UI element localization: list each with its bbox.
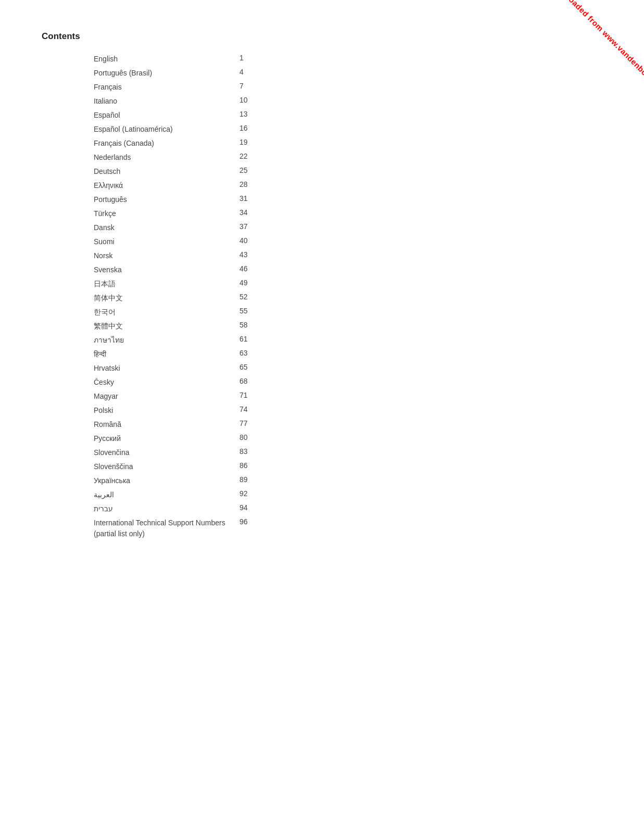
toc-language: Česky <box>94 375 229 389</box>
toc-language: Deutsch <box>94 165 229 179</box>
toc-row: International Technical Support Numbers … <box>94 516 248 541</box>
toc-page-number: 65 <box>229 361 248 375</box>
toc-row: Română77 <box>94 418 248 432</box>
toc-language: Svenska <box>94 263 229 277</box>
toc-page-number: 46 <box>229 263 248 277</box>
toc-row: Nederlands22 <box>94 150 248 165</box>
toc-row: Українська89 <box>94 474 248 488</box>
toc-row: Español13 <box>94 108 248 122</box>
toc-row: Polski74 <box>94 403 248 418</box>
toc-language: Nederlands <box>94 150 229 165</box>
toc-language: Norsk <box>94 249 229 263</box>
toc-row: Norsk43 <box>94 249 248 263</box>
toc-language: Italiano <box>94 94 229 108</box>
toc-row: 繁體中文58 <box>94 319 248 333</box>
toc-page-number: 16 <box>229 122 248 136</box>
toc-page-number: 52 <box>229 291 248 305</box>
toc-page-number: 96 <box>229 516 248 541</box>
toc-page-number: 31 <box>229 193 248 207</box>
toc-row: Suomi40 <box>94 235 248 249</box>
toc-row: Dansk37 <box>94 221 248 235</box>
toc-page-number: 22 <box>229 150 248 165</box>
toc-page-number: 40 <box>229 235 248 249</box>
toc-page-number: 4 <box>229 66 248 80</box>
watermark: Downloaded from www.vandenborre.be <box>477 0 644 167</box>
toc-page-number: 10 <box>229 94 248 108</box>
toc-row: Türkçe34 <box>94 207 248 221</box>
toc-language: Français (Canada) <box>94 136 229 150</box>
toc-row: Português31 <box>94 193 248 207</box>
toc-page-number: 25 <box>229 165 248 179</box>
toc-page-number: 34 <box>229 207 248 221</box>
toc-language: Українська <box>94 474 229 488</box>
toc-page-number: 63 <box>229 347 248 361</box>
toc-language: עברית <box>94 502 229 516</box>
toc-page-number: 83 <box>229 446 248 460</box>
toc-page-number: 80 <box>229 432 248 446</box>
toc-row: Français7 <box>94 80 248 94</box>
toc-row: Português (Brasil)4 <box>94 66 248 80</box>
toc-page-number: 1 <box>229 52 248 66</box>
toc-language: Português <box>94 193 229 207</box>
toc-language: العربية <box>94 488 229 502</box>
toc-language: Suomi <box>94 235 229 249</box>
toc-language: Slovenčina <box>94 446 229 460</box>
toc-row: עברית94 <box>94 502 248 516</box>
toc-page-number: 94 <box>229 502 248 516</box>
toc-language: हिन्दी <box>94 347 229 361</box>
toc-row: Italiano10 <box>94 94 248 108</box>
toc-language: Español (Latinoamérica) <box>94 122 229 136</box>
toc-row: ภาษาไทย61 <box>94 333 248 347</box>
toc-page-number: 43 <box>229 249 248 263</box>
toc-row: Español (Latinoamérica)16 <box>94 122 248 136</box>
toc-row: Slovenčina83 <box>94 446 248 460</box>
toc-row: हिन्दी63 <box>94 347 248 361</box>
toc-page-number: 28 <box>229 179 248 193</box>
toc-language: Hrvatski <box>94 361 229 375</box>
toc-page-number: 58 <box>229 319 248 333</box>
toc-page-number: 77 <box>229 418 248 432</box>
toc-language: Dansk <box>94 221 229 235</box>
toc-language: Română <box>94 418 229 432</box>
toc-language: ภาษาไทย <box>94 333 229 347</box>
toc-page-number: 86 <box>229 460 248 474</box>
toc-language: 한국어 <box>94 305 229 319</box>
toc-page-number: 19 <box>229 136 248 150</box>
toc-row: Deutsch25 <box>94 165 248 179</box>
toc-page-number: 61 <box>229 333 248 347</box>
toc-row: Slovenščina86 <box>94 460 248 474</box>
toc-page-number: 92 <box>229 488 248 502</box>
toc-language: Français <box>94 80 229 94</box>
toc-row: Hrvatski65 <box>94 361 248 375</box>
toc-row: Ελληνικά28 <box>94 179 248 193</box>
toc-page-number: 68 <box>229 375 248 389</box>
toc-row: Русский80 <box>94 432 248 446</box>
toc-row: English1 <box>94 52 248 66</box>
toc-row: 한국어55 <box>94 305 248 319</box>
toc-language: International Technical Support Numbers … <box>94 516 229 541</box>
toc-table: English1Português (Brasil)4Français7Ital… <box>94 52 248 541</box>
toc-language: Español <box>94 108 229 122</box>
toc-page-number: 71 <box>229 389 248 403</box>
toc-language: 简体中文 <box>94 291 229 305</box>
toc-language: Magyar <box>94 389 229 403</box>
toc-page-number: 37 <box>229 221 248 235</box>
toc-row: 简体中文52 <box>94 291 248 305</box>
toc-language: Русский <box>94 432 229 446</box>
toc-page-number: 7 <box>229 80 248 94</box>
toc-page-number: 13 <box>229 108 248 122</box>
toc-row: العربية92 <box>94 488 248 502</box>
watermark-text: Downloaded from www.vandenborre.be <box>550 0 644 94</box>
toc-row: Magyar71 <box>94 389 248 403</box>
toc-language: Polski <box>94 403 229 418</box>
toc-row: Svenska46 <box>94 263 248 277</box>
toc-language: Türkçe <box>94 207 229 221</box>
toc-page-number: 55 <box>229 305 248 319</box>
toc-language: 繁體中文 <box>94 319 229 333</box>
toc-page-number: 89 <box>229 474 248 488</box>
contents-title: Contents <box>42 31 602 42</box>
toc-page-number: 49 <box>229 277 248 291</box>
toc-language: 日本語 <box>94 277 229 291</box>
toc-language: Português (Brasil) <box>94 66 229 80</box>
toc-language: English <box>94 52 229 66</box>
